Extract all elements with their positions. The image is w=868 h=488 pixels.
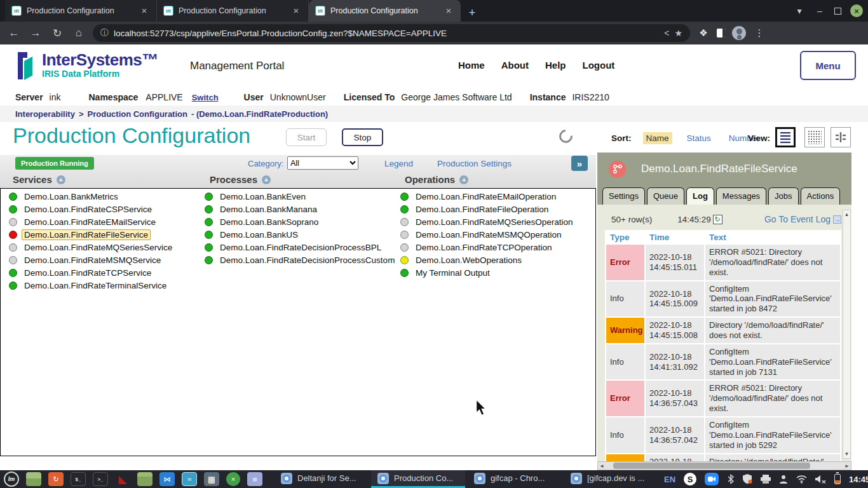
wifi-icon[interactable] [796,475,807,484]
add-service-icon[interactable]: + [57,175,65,184]
expand-panel-button[interactable]: » [571,156,588,171]
folder-icon[interactable] [137,472,153,486]
list-view-icon[interactable] [775,127,796,147]
browser-tab[interactable]: IR Production Configuration × [5,0,157,22]
side-panel-icon[interactable] [717,29,726,37]
app-red-icon[interactable]: ◣ [115,472,130,486]
system-monitor-icon[interactable]: ≈ [182,472,197,486]
go-to-event-log-link[interactable]: Go To Event Log → [764,214,841,224]
item-name[interactable]: Demo.Loan.WebOperations [413,255,524,266]
grid-view-icon[interactable] [804,127,825,147]
terminal-icon[interactable]: $_ [71,472,86,486]
add-process-icon[interactable]: + [262,175,271,184]
split-view-icon[interactable] [831,127,851,147]
url-text[interactable]: localhost:52773/csp/applive/EnsPortal.Pr… [114,29,659,38]
portal-nav-link[interactable]: Logout [583,60,615,71]
user-icon[interactable] [779,475,788,484]
mint-menu-icon[interactable]: lm [4,471,19,487]
add-operation-icon[interactable]: + [459,175,468,184]
item-name[interactable]: Demo.Loan.FindRateEMailService [22,217,158,227]
stop-button[interactable]: Stop [342,128,383,146]
item-name[interactable]: Demo.Loan.BankEven [217,191,308,202]
scroll-right-icon[interactable]: ► [843,463,851,469]
maximize-button[interactable] [834,8,841,15]
url-bar[interactable]: ⓘ localhost:52773/csp/applive/EnsPortal.… [93,24,690,42]
item-name[interactable]: Demo.Loan.FindRateTerminalService [22,280,169,291]
printer-icon[interactable] [761,475,771,484]
operation-item[interactable]: Demo.Loan.FindRateEMailOperation [400,190,576,203]
scroll-down-icon[interactable]: ▼ [844,451,850,457]
item-name[interactable]: Demo.Loan.FindRateMSMQOperation [413,229,564,240]
production-settings-link[interactable]: Production Settings [437,159,512,168]
item-name[interactable]: Demo.Loan.FindRateDecisionProcessBPL [217,242,384,253]
notes-icon[interactable]: ≡ [247,472,262,486]
share-icon[interactable]: < [664,28,669,38]
detail-tab[interactable]: Jobs [768,187,798,205]
detail-tab[interactable]: Log [686,187,714,205]
start-button[interactable]: Start [286,128,327,146]
operation-item[interactable]: Demo.Loan.FindRateFileOperation [400,203,576,215]
bookmark-star-icon[interactable]: ★ [674,28,682,38]
item-name[interactable]: Demo.Loan.FindRateMQSeriesOperation [413,217,576,227]
item-name[interactable]: Demo.Loan.FindRateTCPOperation [413,242,555,253]
forward-icon[interactable]: → [28,27,43,39]
reload-icon[interactable]: ↻ [50,27,65,40]
panel-horizontal-scrollbar[interactable]: ◄ ► [597,461,851,470]
close-button[interactable]: × [850,4,863,17]
operation-item[interactable]: Demo.Loan.FindRateTCPOperation [400,241,576,254]
volume-muted-icon[interactable] [815,475,826,484]
service-item[interactable]: Demo.Loan.FindRateTCPService [9,266,175,279]
switch-link[interactable]: Switch [192,93,219,102]
scroll-left-icon[interactable]: ◄ [598,463,606,469]
profile-avatar[interactable] [732,26,746,40]
zoom-icon[interactable] [705,473,719,485]
item-name[interactable]: Demo.Loan.BankUS [217,229,301,240]
item-name[interactable]: Demo.Loan.FindRateMSMQService [22,255,163,266]
window-button[interactable]: Production Co... [371,470,465,488]
detail-tab[interactable]: Messages [716,187,766,205]
legend-link[interactable]: Legend [384,159,413,168]
detail-tab[interactable]: Actions [801,187,841,205]
log-refresh-icon[interactable]: ↻ [713,215,722,224]
service-item[interactable]: Demo.Loan.FindRateMQSeriesService [9,241,175,254]
service-item[interactable]: Demo.Loan.FindRateEMailService [9,215,175,228]
sort-option[interactable]: Name [643,132,672,144]
item-name[interactable]: Demo.Loan.FindRateFileOperation [413,204,551,215]
browser-menu-icon[interactable]: ⋮ [752,27,766,39]
tab-close-icon[interactable]: × [443,5,454,17]
item-name[interactable]: Demo.Loan.FindRateEMailOperation [413,191,559,202]
detail-tab[interactable]: Settings [602,187,645,205]
vscode-icon[interactable]: ⋈ [159,472,175,486]
language-indicator[interactable]: EN [664,475,675,484]
portal-nav-link[interactable]: About [501,60,529,71]
tab-close-icon[interactable]: × [290,5,302,17]
item-name[interactable]: Demo.Loan.FindRateFileService [22,229,151,240]
window-button[interactable]: [gifcap.dev is ... [564,470,658,488]
process-item[interactable]: Demo.Loan.FindRateDecisionProcessCustom [205,254,397,266]
service-item[interactable]: Demo.Loan.FindRateTerminalService [9,279,175,292]
process-item[interactable]: Demo.Loan.BankSoprano [205,215,397,228]
minimize-button[interactable]: – [814,6,825,16]
process-item[interactable]: Demo.Loan.FindRateDecisionProcessBPL [205,241,397,254]
browser-tab[interactable]: IR Production Configuration × [157,0,309,22]
file-manager-icon[interactable] [26,472,41,486]
new-tab-button[interactable]: + [463,4,481,22]
battery-icon[interactable] [834,474,841,484]
item-name[interactable]: Demo.Loan.BankSoprano [217,217,321,227]
window-button[interactable]: Deltanji for Se... [275,470,369,488]
tab-close-icon[interactable]: × [139,5,150,17]
service-item[interactable]: Demo.Loan.BankMetrics [9,190,175,203]
back-icon[interactable]: ← [6,27,22,39]
item-name[interactable]: Demo.Loan.BankMetrics [22,191,121,202]
skype-icon[interactable]: S [684,473,696,485]
service-item[interactable]: Demo.Loan.FindRateFileService [9,228,175,241]
portal-nav-link[interactable]: Home [458,60,485,71]
process-item[interactable]: Demo.Loan.BankManana [205,203,397,215]
portal-nav-link[interactable]: Help [545,60,566,71]
sort-option[interactable]: Status [684,132,714,144]
item-name[interactable]: My Terminal Output [413,268,492,278]
extensions-icon[interactable]: ❖ [696,27,710,39]
bluetooth-icon[interactable] [727,474,735,484]
tab-search-icon[interactable]: ▾ [794,6,805,16]
item-name[interactable]: Demo.Loan.FindRateMQSeriesService [22,242,175,253]
